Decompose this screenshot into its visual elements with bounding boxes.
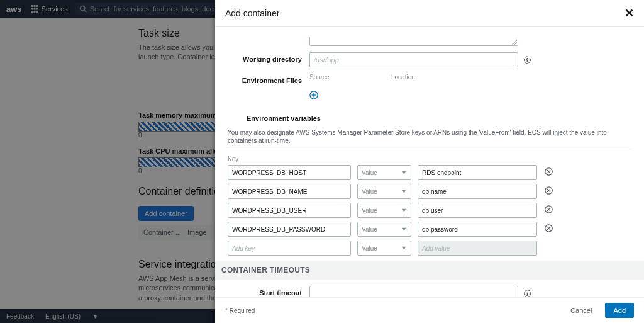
start-timeout-label: Start timeout — [228, 286, 309, 297]
env-val-input[interactable] — [418, 203, 537, 218]
env-vars-label: Environment variables — [228, 111, 328, 122]
remove-icon[interactable] — [543, 205, 553, 215]
add-env-file-button[interactable] — [309, 91, 631, 101]
remove-icon[interactable] — [543, 186, 553, 196]
env-val-input[interactable] — [418, 184, 537, 199]
env-type-select-add[interactable]: Value▼ — [357, 241, 411, 256]
env-var-row: Value▼ — [228, 184, 631, 199]
prev-textarea[interactable] — [309, 37, 518, 46]
modal-footer: * Required Cancel Add — [215, 297, 644, 323]
env-type-select[interactable]: Value▼ — [357, 165, 411, 180]
modal-body: Working directory 🛈 Environment Files So… — [215, 27, 644, 297]
add-container-modal: Add container ✕ Working directory 🛈 Envi… — [215, 0, 644, 323]
env-type-select[interactable]: Value▼ — [357, 222, 411, 237]
env-val-input-add[interactable] — [418, 241, 537, 256]
env-key-input[interactable] — [228, 203, 351, 218]
env-var-row: Value▼ — [228, 203, 631, 218]
env-var-row: Value▼ — [228, 165, 631, 180]
required-note: * Required — [225, 307, 255, 314]
add-button[interactable]: Add — [605, 303, 634, 318]
env-var-row: Value▼ — [228, 222, 631, 237]
env-val-input[interactable] — [418, 222, 537, 237]
chevron-down-icon: ▼ — [401, 245, 407, 251]
working-dir-label: Working directory — [228, 52, 309, 63]
env-key-input[interactable] — [228, 222, 351, 237]
start-timeout-input[interactable] — [309, 286, 518, 297]
env-files-label: Environment Files — [228, 74, 309, 84]
cancel-button[interactable]: Cancel — [563, 303, 599, 317]
env-type-select[interactable]: Value▼ — [357, 184, 411, 199]
chevron-down-icon: ▼ — [401, 169, 407, 176]
env-key-input-add[interactable] — [228, 241, 351, 256]
ef-location-label: Location — [391, 74, 415, 81]
env-val-input[interactable] — [418, 165, 537, 180]
ef-source-label: Source — [309, 74, 391, 81]
chevron-down-icon: ▼ — [401, 207, 407, 213]
env-vars-desc: You may also designate AWS Systems Manag… — [228, 128, 631, 149]
chevron-down-icon: ▼ — [401, 188, 407, 195]
close-icon[interactable]: ✕ — [625, 6, 634, 20]
info-icon[interactable]: 🛈 — [523, 289, 531, 298]
chevron-down-icon: ▼ — [401, 226, 407, 232]
working-dir-input[interactable] — [309, 52, 518, 67]
env-key-input[interactable] — [228, 165, 351, 180]
remove-icon[interactable] — [543, 167, 553, 178]
env-var-row-add: Value▼ — [228, 241, 631, 256]
env-key-input[interactable] — [228, 184, 351, 199]
modal-title: Add container — [225, 8, 279, 18]
section-container-timeouts: CONTAINER TIMEOUTS — [215, 261, 644, 280]
env-type-select[interactable]: Value▼ — [357, 203, 411, 218]
env-key-header: Key — [228, 156, 631, 162]
modal-header: Add container ✕ — [215, 0, 644, 27]
remove-icon[interactable] — [543, 224, 553, 234]
info-icon[interactable]: 🛈 — [523, 55, 531, 65]
